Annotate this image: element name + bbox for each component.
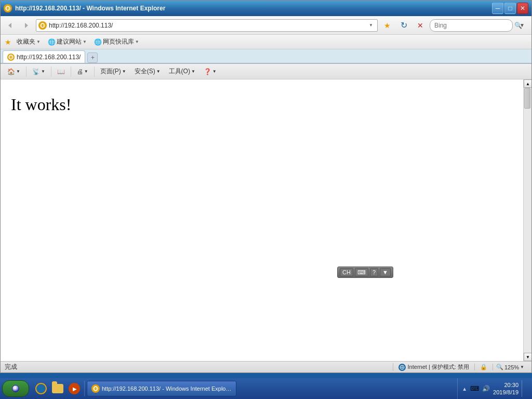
favorites-bar: ★ 收藏夹 ▼ 🌐 建议网站 ▼ 🌐 网页快讯库 ▼ [1,35,531,49]
taskbar-ie-icon [91,384,100,393]
svg-point-5 [42,23,44,28]
ie-quick-launch-button[interactable] [33,381,49,396]
zoom-icon: 🔍 [496,364,503,370]
svg-marker-3 [25,23,28,28]
page-menu-label: 页面(P) [100,67,121,76]
zoom-dropdown-icon[interactable]: ▼ [520,365,524,369]
favorites-bar-item2[interactable]: 🌐 网页快讯库 ▼ [92,36,141,47]
minimize-button[interactable]: ─ [492,3,503,14]
scrollbar-up-button[interactable]: ▲ [524,79,531,88]
active-tab[interactable]: http://192.168.200.113/ [3,50,85,63]
help-dropdown-icon: ▼ [212,69,217,74]
maximize-button[interactable]: □ [504,3,516,14]
ime-lang-button[interactable]: CH [340,268,353,276]
svg-point-11 [94,387,98,391]
ime-keyboard-button[interactable]: ⌨ [355,268,368,276]
clock-date: 2019/8/19 [493,389,518,396]
page-menu-button[interactable]: 页面(P) ▼ [97,65,130,78]
favorites-item2-label: 网页快讯库 [103,37,134,46]
cmd-separator-4 [94,66,95,77]
new-tab-button[interactable]: + [87,52,98,63]
svg-point-7 [10,55,12,59]
search-input[interactable] [434,22,512,29]
security-menu-chevron: ▼ [156,69,161,74]
windows-orb-icon [12,385,19,392]
clock-time: 20:30 [493,381,518,389]
tools-menu-label: 工具(O) [169,67,190,76]
svg-point-1 [7,6,9,10]
home-button[interactable]: 🏠 ▼ [4,65,24,78]
status-bar: 完成 Internet | 保护模式: 禁用 🔒 🔍 125% ▼ [1,361,531,373]
vertical-scrollbar[interactable]: ▲ ▼ [523,79,531,361]
feeds-dropdown-icon: ▼ [41,69,45,74]
print-button[interactable]: 🖨 ▼ [73,65,92,78]
folder-icon [52,384,63,393]
start-button[interactable] [2,380,29,397]
security-menu-button[interactable]: 安全(S) ▼ [131,65,164,78]
window-controls: ─ □ ✕ [492,3,528,14]
ie-icon [35,383,47,394]
address-input[interactable] [49,22,365,29]
tools-menu-chevron: ▼ [191,69,195,74]
ime-help-button[interactable]: ? [370,268,378,276]
page-content: It works! [11,95,513,114]
favorites-star-icon: ★ [5,38,11,46]
address-dropdown-icon[interactable]: ▼ [367,21,375,30]
svg-point-4 [41,23,45,28]
feeds-icon: 📡 [32,68,40,75]
content-wrapper: It works! CH ⌨ ? ▼ ▲ ▼ [1,79,531,361]
zoom-level: 125% [504,364,519,370]
favorites-bar-item1[interactable]: 🌐 建议网站 ▼ [46,36,89,47]
protected-mode-indicator: 🔒 [474,364,493,370]
favorites-chevron-icon: ▼ [36,39,41,44]
page-menu-chevron: ▼ [122,69,126,74]
scrollbar-down-button[interactable]: ▼ [524,353,531,361]
system-tray: ▲ ⌨ 🔊 20:30 2019/8/19 [457,378,530,399]
window-icon [4,4,12,12]
favorites-menu-button[interactable]: 收藏夹 ▼ [15,36,43,47]
tab-bar: http://192.168.200.113/ + [1,49,531,64]
zone-indicator: Internet | 保护模式: 禁用 [393,363,474,371]
help-button[interactable]: ❓ ▼ [200,65,220,78]
tools-menu-button[interactable]: 工具(O) ▼ [165,65,199,78]
home-icon: 🏠 [7,68,15,75]
quick-launch-bar [31,381,85,396]
folder-quick-launch-button[interactable] [50,381,65,396]
close-button[interactable]: ✕ [517,3,528,14]
clock[interactable]: 20:30 2019/8/19 [493,381,518,396]
zoom-control[interactable]: 🔍 125% ▼ [493,364,527,370]
tray-volume-icon[interactable]: 🔊 [482,385,490,392]
back-button[interactable] [3,19,17,32]
tray-arrow-icon[interactable]: ▲ [462,386,467,392]
svg-point-0 [6,6,10,10]
print-dropdown-icon: ▼ [84,69,88,74]
cmd-separator-3 [71,66,71,77]
stop-button[interactable]: ✕ [413,19,428,32]
forward-button[interactable] [19,19,34,32]
favorites-label: 收藏夹 [17,37,35,46]
refresh-button[interactable]: ↻ [396,19,411,32]
taskbar-window-button[interactable]: http://192.168.200.113/ - Windows Intern… [87,381,236,396]
content-area[interactable]: It works! CH ⌨ ? ▼ [1,79,523,361]
ime-menu-button[interactable]: ▼ [380,268,391,276]
tab-icon [7,54,15,61]
security-menu-label: 安全(S) [135,67,155,76]
tray-keyboard-icon[interactable]: ⌨ [470,385,479,392]
favorites-item1-chevron: ▼ [83,39,87,44]
media-quick-launch-button[interactable] [66,381,82,396]
show-desktop-button[interactable] [522,380,526,397]
search-options-button[interactable]: ▼ [515,19,529,32]
feeds-button[interactable]: 📡 ▼ [29,65,49,78]
search-bar: 🔍 [430,19,513,32]
svg-point-12 [95,387,97,391]
help-icon: ❓ [204,68,211,75]
tab-label: http://192.168.200.113/ [17,54,81,61]
scrollbar-track[interactable] [524,88,531,353]
read-button[interactable]: 📖 [54,65,69,78]
svg-point-6 [9,55,13,59]
taskbar: http://192.168.200.113/ - Windows Intern… [0,378,532,399]
status-text: 完成 [5,363,393,371]
favorites-star-button[interactable]: ★ [380,19,394,32]
home-dropdown-icon: ▼ [16,69,20,74]
scrollbar-thumb[interactable] [524,88,530,109]
